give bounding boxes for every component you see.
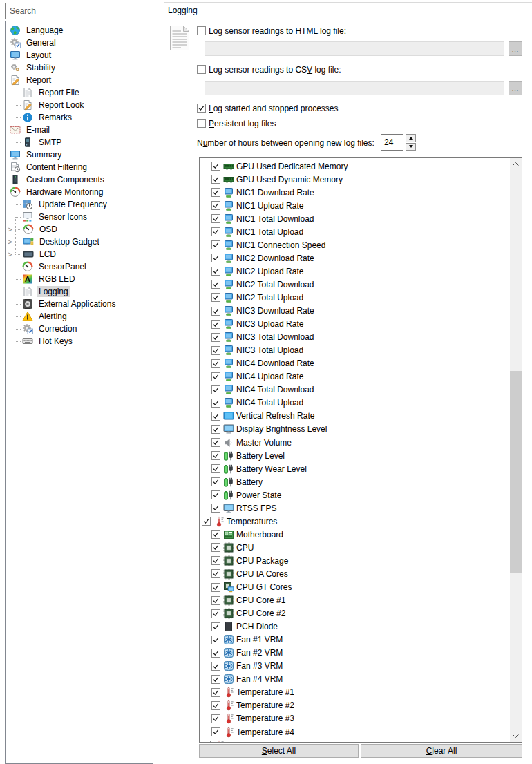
sidebar-item-custom-components[interactable]: Custom Components (6, 173, 153, 186)
sensor-checkbox[interactable] (211, 425, 220, 434)
sidebar-item-e-mail[interactable]: E-mail (6, 124, 153, 136)
spin-up-button[interactable] (406, 134, 416, 142)
sidebar-item-report[interactable]: Report (6, 74, 153, 86)
sidebar-item-rgb-led[interactable]: ARGB LED (6, 273, 153, 285)
sidebar-item-report-look[interactable]: Report Look (6, 99, 153, 111)
sensor-checkbox[interactable] (211, 609, 220, 618)
log-html-option[interactable]: Log sensor readings to HTML log file: (197, 26, 346, 36)
sidebar-item-report-file[interactable]: Report File (6, 86, 153, 99)
sidebar-item-general[interactable]: General (6, 37, 153, 49)
sidebar-item-external-applications[interactable]: External Applications (6, 298, 153, 310)
sensor-row-nic4-total-download[interactable]: NIC4 Total Download (200, 383, 510, 397)
sensor-row-power-state[interactable]: Power State (200, 488, 510, 502)
browse-html-button[interactable]: ... (509, 41, 522, 56)
sensor-checkbox[interactable] (211, 556, 220, 565)
sensor-row-rtss-fps[interactable]: RTSS FPS (200, 502, 510, 515)
sensor-checkbox[interactable] (211, 464, 220, 473)
log-html-checkbox[interactable] (197, 26, 206, 35)
log-processes-checkbox[interactable] (197, 104, 206, 113)
sidebar-item-lcd[interactable]: >LCD (6, 248, 153, 260)
sensor-row-cpu-package[interactable]: CPU Package (200, 554, 510, 567)
sensor-checkbox[interactable] (211, 385, 220, 394)
sensor-row-nic2-upload-rate[interactable]: NIC2 Upload Rate (200, 265, 510, 278)
sensor-row[interactable] (200, 738, 510, 742)
sensor-row-temperature-2[interactable]: Temperature #2 (200, 699, 510, 712)
persistent-log-checkbox[interactable] (197, 119, 206, 128)
sensor-checkbox[interactable] (211, 333, 220, 342)
sensor-row-cpu-ia-cores[interactable]: CPU IA Cores (200, 567, 510, 580)
sensor-checkbox[interactable] (211, 267, 220, 276)
sensor-checkbox[interactable] (211, 504, 220, 513)
expand-chevron-icon[interactable]: > (7, 248, 13, 260)
sensor-checkbox[interactable] (211, 254, 220, 262)
sensor-checkbox[interactable] (211, 399, 220, 408)
sidebar-item-layout[interactable]: Layout (6, 49, 153, 61)
scrollbar-track[interactable] (510, 158, 522, 742)
sensor-checkbox[interactable] (211, 583, 220, 592)
sensor-row-gpu-used-dynamic-memory[interactable]: GPU Used Dynamic Memory (200, 173, 510, 186)
sensor-row-vertical-refresh-rate[interactable]: Vertical Refresh Rate (200, 410, 510, 423)
sensor-row-nic2-download-rate[interactable]: NIC2 Download Rate (200, 251, 510, 265)
sidebar-item-sensor-icons[interactable]: Sensor Icons (6, 211, 153, 223)
sensor-checkbox[interactable] (211, 214, 220, 223)
sensor-row-temperatures[interactable]: Temperatures (200, 515, 510, 528)
sensor-row-gpu-used-dedicated-memory[interactable]: GPU Used Dedicated Memory (200, 160, 510, 173)
sensor-row-battery-level[interactable]: Battery Level (200, 449, 510, 462)
sidebar-item-osd[interactable]: >OSD (6, 223, 153, 236)
sensor-checkbox[interactable] (211, 714, 220, 723)
sensor-checkbox[interactable] (211, 293, 220, 302)
sensor-row-fan-1-vrm[interactable]: Fan #1 VRM (200, 633, 510, 647)
sensor-row-display-brightness-level[interactable]: Display Brightness Level (200, 423, 510, 436)
sidebar-item-hardware-monitoring[interactable]: Hardware Monitoring (6, 186, 153, 198)
sensor-checkbox[interactable] (211, 320, 220, 329)
html-log-path-field[interactable] (205, 41, 504, 56)
sensor-checkbox[interactable] (202, 517, 211, 526)
sensor-row-motherboard[interactable]: Motherboard (200, 528, 510, 541)
sidebar-item-remarks[interactable]: Remarks (6, 111, 153, 124)
sensor-checkbox[interactable] (211, 569, 220, 578)
sensor-row-temperature-1[interactable]: Temperature #1 (200, 686, 510, 699)
clear-all-button[interactable]: Clear All (361, 744, 522, 758)
log-processes-option[interactable]: Log started and stopped processes (197, 104, 338, 113)
sidebar-item-stability[interactable]: Stability (6, 61, 153, 74)
sensor-row-nic3-download-rate[interactable]: NIC3 Download Rate (200, 305, 510, 318)
scrollbar-up-button[interactable] (510, 158, 522, 170)
sidebar-item-summary[interactable]: Summary (6, 149, 153, 161)
expand-chevron-icon[interactable]: > (7, 223, 13, 236)
sensor-checkbox[interactable] (211, 701, 220, 710)
csv-log-path-field[interactable] (205, 81, 504, 95)
sidebar-item-update-frequency[interactable]: Update Frequency (6, 198, 153, 211)
sensor-row-cpu-core-1[interactable]: CPU Core #1 (200, 594, 510, 607)
sensor-row-nic2-total-upload[interactable]: NIC2 Total Upload (200, 291, 510, 304)
sidebar-item-hot-keys[interactable]: Hot Keys (6, 335, 153, 347)
sidebar-item-alerting[interactable]: Alerting (6, 310, 153, 323)
sensor-row-nic1-download-rate[interactable]: NIC1 Download Rate (200, 186, 510, 199)
expand-chevron-icon[interactable]: > (7, 236, 13, 248)
log-csv-checkbox[interactable] (197, 65, 206, 74)
sensor-row-nic1-total-upload[interactable]: NIC1 Total Upload (200, 225, 510, 238)
sensor-checkbox[interactable] (211, 727, 220, 736)
sensor-checkbox[interactable] (211, 649, 220, 658)
search-input[interactable] (5, 3, 153, 19)
sidebar-item-correction[interactable]: Correction (6, 323, 153, 335)
sensor-checkbox[interactable] (211, 162, 220, 171)
sensor-row-fan-3-vrm[interactable]: Fan #3 VRM (200, 660, 510, 673)
sidebar-item-sensorpanel[interactable]: SensorPanel (6, 260, 153, 273)
sensor-checkbox[interactable] (211, 490, 220, 499)
sensor-checkbox[interactable] (211, 201, 220, 210)
sensor-checkbox[interactable] (202, 741, 211, 742)
sensor-checkbox[interactable] (211, 188, 220, 197)
sensor-row-pch-diode[interactable]: PCH Diode (200, 620, 510, 633)
scrollbar-down-button[interactable] (510, 730, 522, 742)
log-csv-option[interactable]: Log sensor readings to CSV log file: (197, 65, 341, 75)
sensor-row-master-volume[interactable]: Master Volume (200, 436, 510, 449)
sensor-row-nic3-total-upload[interactable]: NIC3 Total Upload (200, 344, 510, 357)
sensor-checkbox[interactable] (211, 227, 220, 236)
sensor-row-fan-2-vrm[interactable]: Fan #2 VRM (200, 647, 510, 660)
sensor-checkbox[interactable] (211, 636, 220, 644)
sensor-checkbox[interactable] (211, 662, 220, 671)
sensor-row-temperature-4[interactable]: Temperature #4 (200, 725, 510, 738)
sensor-checkbox[interactable] (211, 675, 220, 684)
sidebar-item-desktop-gadget[interactable]: >Desktop Gadget (6, 236, 153, 248)
sensor-checkbox[interactable] (211, 346, 220, 355)
